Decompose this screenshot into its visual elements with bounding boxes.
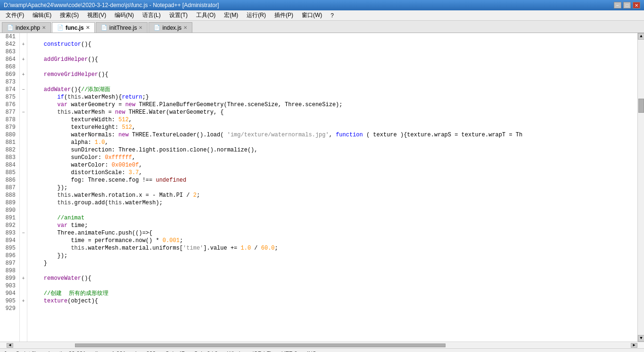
code-line: textureWidth: 512, xyxy=(27,116,637,124)
code-line xyxy=(27,282,637,290)
menu-item[interactable]: 搜索(S) xyxy=(56,10,83,20)
line-number: 899 xyxy=(2,275,17,282)
hscroll-track[interactable] xyxy=(13,343,631,348)
tab-tab4[interactable]: 📄index.js✕ xyxy=(149,22,192,33)
code-line: }); xyxy=(27,184,637,192)
code-line xyxy=(27,207,637,214)
line-number: 893 xyxy=(2,229,17,237)
menu-item[interactable]: 运行(R) xyxy=(243,10,270,20)
scroll-up-button[interactable]: ▲ xyxy=(638,33,644,40)
length-status: length : 33,681 xyxy=(49,351,86,352)
code-content[interactable]: constructor(){ addGridHelper(){ removeGr… xyxy=(27,33,637,342)
minimize-button[interactable]: − xyxy=(614,2,621,8)
menu-item[interactable]: 编码(N) xyxy=(111,10,138,20)
eol-status: Windows (CR LF) xyxy=(227,351,272,352)
fold-marker[interactable]: + xyxy=(20,297,27,305)
menu-item[interactable]: 工具(O) xyxy=(192,10,219,20)
fold-marker xyxy=(20,48,27,56)
scroll-track[interactable] xyxy=(638,40,644,335)
code-line: if(this.waterMesh){return;} xyxy=(27,93,637,101)
line-number: 882 xyxy=(2,146,17,154)
line-number: 880 xyxy=(2,131,17,139)
fold-marker xyxy=(20,101,27,109)
fold-marker[interactable]: + xyxy=(20,56,27,63)
line-number: 886 xyxy=(2,176,17,184)
tab-label: initThree.js xyxy=(109,25,137,31)
menu-item[interactable]: 窗口(W) xyxy=(298,10,326,20)
fold-marker xyxy=(20,290,27,297)
line-number: 885 xyxy=(2,169,17,176)
fold-marker xyxy=(20,146,27,154)
menu-item[interactable]: 设置(T) xyxy=(165,10,191,20)
tab-close-icon[interactable]: ✕ xyxy=(42,25,46,30)
line-number: 881 xyxy=(2,139,17,146)
tab-close-icon[interactable]: ✕ xyxy=(139,25,142,30)
horizontal-scrollbar[interactable]: ◄ ► xyxy=(0,342,644,348)
scroll-thumb[interactable] xyxy=(638,99,644,113)
tab-icon: 📄 xyxy=(154,25,160,31)
fold-marker xyxy=(20,260,27,267)
fold-marker[interactable]: − xyxy=(20,229,27,237)
code-line: Three.animateFunc.push(()=>{ xyxy=(27,229,637,237)
tab-icon: 📄 xyxy=(101,25,107,31)
code-line: //animat xyxy=(27,214,637,222)
sel-status: Sel : 0 | 0 xyxy=(194,351,218,352)
line-number: 875 xyxy=(2,93,17,101)
line-number: 887 xyxy=(2,184,17,192)
hscroll-thumb[interactable] xyxy=(75,344,446,347)
code-line: this.waterMesh.rotation.x = - Math.PI / … xyxy=(27,192,637,199)
close-button[interactable]: ✕ xyxy=(633,2,640,8)
menu-item[interactable]: 语言(L) xyxy=(139,10,165,20)
line-number: 874 xyxy=(2,86,17,93)
maximize-button[interactable]: □ xyxy=(623,2,631,8)
code-line xyxy=(27,48,637,56)
code-line xyxy=(27,305,637,312)
menu-item[interactable]: 插件(P) xyxy=(271,10,297,20)
menu-item[interactable]: 文件(F) xyxy=(2,10,28,20)
line-number: 903 xyxy=(2,282,17,290)
tab-close-icon[interactable]: ✕ xyxy=(183,25,187,30)
menu-item[interactable]: ? xyxy=(327,11,338,20)
line-number: 864 xyxy=(2,56,17,63)
fold-marker[interactable]: + xyxy=(20,41,27,48)
tab-tab1[interactable]: 📄index.php✕ xyxy=(2,22,51,33)
code-line: this.waterMesh = new THREE.Water(waterGe… xyxy=(27,109,637,116)
fold-marker[interactable]: − xyxy=(20,109,27,116)
code-line: }); xyxy=(27,252,637,260)
tab-tab2[interactable]: 📄func.js✕ xyxy=(52,22,95,33)
line-number: 896 xyxy=(2,252,17,260)
fold-marker[interactable]: − xyxy=(20,86,27,93)
line-number: 841 xyxy=(2,33,17,41)
tab-label: index.php xyxy=(16,25,40,31)
line-number: 898 xyxy=(2,267,17,275)
tab-bar: 📄index.php✕📄func.js✕📄initThree.js✕📄index… xyxy=(0,21,644,33)
menu-item[interactable]: 编辑(E) xyxy=(29,10,55,20)
menu-item[interactable]: 视图(V) xyxy=(83,10,110,20)
code-line xyxy=(27,63,637,71)
code-line: constructor(){ xyxy=(27,41,637,48)
hscroll-left-button[interactable]: ◄ xyxy=(7,343,13,348)
hscroll-right-button[interactable]: ► xyxy=(631,343,637,348)
vertical-scrollbar[interactable]: ▲ ▼ xyxy=(637,33,644,342)
line-number: 842 xyxy=(2,41,17,48)
tab-tab3[interactable]: 📄initThree.js✕ xyxy=(96,22,148,33)
code-line: var time; xyxy=(27,222,637,229)
fold-marker xyxy=(20,176,27,184)
line-number: 905 xyxy=(2,297,17,305)
fold-marker[interactable]: + xyxy=(20,71,27,78)
title-bar: D:\wamp\Apache24\www\code\2020-3-12-demo… xyxy=(0,0,644,10)
menu-item[interactable]: 宏(M) xyxy=(220,10,242,20)
fold-marker[interactable]: + xyxy=(20,275,27,282)
scroll-down-button[interactable]: ▼ xyxy=(638,335,644,342)
fold-marker xyxy=(20,131,27,139)
tab-icon: 📄 xyxy=(7,25,14,31)
tab-close-icon[interactable]: ✕ xyxy=(86,25,90,30)
line-number: 892 xyxy=(2,222,17,229)
tab-label: index.js xyxy=(162,25,182,31)
code-line: fog: Three.scene.fog !== undefined xyxy=(27,176,637,184)
line-number: 868 xyxy=(2,63,17,71)
code-line: waterColor: 0x001e0f, xyxy=(27,161,637,169)
fold-marker xyxy=(20,244,27,252)
code-line: this.group.add(this.waterMesh); xyxy=(27,199,637,207)
code-line xyxy=(27,267,637,275)
